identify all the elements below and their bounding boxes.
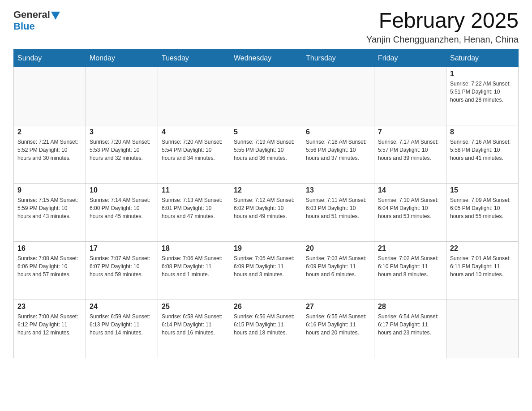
- day-number: 12: [234, 186, 298, 194]
- calendar-day-cell: 13Sunrise: 7:11 AM Sunset: 6:03 PM Dayli…: [302, 183, 374, 241]
- day-number: 19: [234, 244, 298, 253]
- calendar-day-cell: 26Sunrise: 6:56 AM Sunset: 6:15 PM Dayli…: [230, 300, 302, 358]
- day-number: 24: [90, 303, 154, 311]
- day-number: 5: [234, 128, 298, 136]
- day-info: Sunrise: 7:00 AM Sunset: 6:12 PM Dayligh…: [17, 313, 82, 337]
- calendar-header-row: SundayMondayTuesdayWednesdayThursdayFrid…: [14, 49, 519, 67]
- day-number: 4: [162, 128, 226, 136]
- day-number: 3: [90, 128, 154, 136]
- day-number: 28: [378, 303, 442, 311]
- calendar-day-cell: 20Sunrise: 7:03 AM Sunset: 6:09 PM Dayli…: [302, 241, 374, 300]
- calendar-day-cell: 21Sunrise: 7:02 AM Sunset: 6:10 PM Dayli…: [374, 241, 446, 300]
- logo-triangle-icon: [51, 12, 60, 20]
- month-title: February 2025: [366, 9, 519, 33]
- page-header: General Blue February 2025 Yanjin Chengg…: [13, 9, 519, 45]
- calendar-day-cell: 8Sunrise: 7:16 AM Sunset: 5:58 PM Daylig…: [446, 125, 519, 183]
- day-number: 18: [162, 244, 226, 253]
- calendar-table: SundayMondayTuesdayWednesdayThursdayFrid…: [13, 49, 519, 358]
- day-number: 1: [450, 70, 515, 78]
- day-info: Sunrise: 6:54 AM Sunset: 6:17 PM Dayligh…: [378, 313, 442, 337]
- day-number: 6: [306, 128, 370, 136]
- day-info: Sunrise: 7:11 AM Sunset: 6:03 PM Dayligh…: [306, 196, 370, 220]
- calendar-day-cell: 14Sunrise: 7:10 AM Sunset: 6:04 PM Dayli…: [374, 183, 446, 241]
- day-info: Sunrise: 7:14 AM Sunset: 6:00 PM Dayligh…: [90, 196, 154, 220]
- day-number: 9: [17, 186, 82, 194]
- day-number: 17: [90, 244, 154, 253]
- day-info: Sunrise: 7:18 AM Sunset: 5:56 PM Dayligh…: [306, 138, 370, 162]
- calendar-day-cell: 27Sunrise: 6:55 AM Sunset: 6:16 PM Dayli…: [302, 300, 374, 358]
- day-of-week-header: Saturday: [446, 49, 519, 67]
- logo-general-text: General: [13, 9, 50, 21]
- calendar-day-cell: 5Sunrise: 7:19 AM Sunset: 5:55 PM Daylig…: [230, 125, 302, 183]
- day-info: Sunrise: 7:02 AM Sunset: 6:10 PM Dayligh…: [378, 254, 442, 278]
- day-number: 15: [450, 186, 515, 194]
- day-info: Sunrise: 7:06 AM Sunset: 6:08 PM Dayligh…: [162, 254, 226, 278]
- day-info: Sunrise: 6:59 AM Sunset: 6:13 PM Dayligh…: [90, 313, 154, 337]
- day-of-week-header: Friday: [374, 49, 446, 67]
- calendar-day-cell: [374, 67, 446, 125]
- day-of-week-header: Wednesday: [230, 49, 302, 67]
- calendar-day-cell: [14, 67, 86, 125]
- calendar-day-cell: [158, 67, 230, 125]
- day-info: Sunrise: 7:16 AM Sunset: 5:58 PM Dayligh…: [450, 138, 515, 162]
- calendar-day-cell: 11Sunrise: 7:13 AM Sunset: 6:01 PM Dayli…: [158, 183, 230, 241]
- day-info: Sunrise: 7:01 AM Sunset: 6:11 PM Dayligh…: [450, 254, 515, 278]
- calendar-day-cell: 19Sunrise: 7:05 AM Sunset: 6:09 PM Dayli…: [230, 241, 302, 300]
- calendar-week-row: 9Sunrise: 7:15 AM Sunset: 5:59 PM Daylig…: [14, 183, 519, 241]
- day-number: 23: [17, 303, 82, 311]
- calendar-day-cell: 1Sunrise: 7:22 AM Sunset: 5:51 PM Daylig…: [446, 67, 519, 125]
- title-section: February 2025 Yanjin Chengguanzhen, Hena…: [366, 9, 519, 45]
- day-info: Sunrise: 7:09 AM Sunset: 6:05 PM Dayligh…: [450, 196, 515, 220]
- day-info: Sunrise: 7:17 AM Sunset: 5:57 PM Dayligh…: [378, 138, 442, 162]
- day-of-week-header: Tuesday: [158, 49, 230, 67]
- calendar-day-cell: 10Sunrise: 7:14 AM Sunset: 6:00 PM Dayli…: [86, 183, 158, 241]
- day-number: 20: [306, 244, 370, 253]
- calendar-week-row: 23Sunrise: 7:00 AM Sunset: 6:12 PM Dayli…: [14, 300, 519, 358]
- day-info: Sunrise: 7:07 AM Sunset: 6:07 PM Dayligh…: [90, 254, 154, 278]
- calendar-day-cell: 12Sunrise: 7:12 AM Sunset: 6:02 PM Dayli…: [230, 183, 302, 241]
- day-info: Sunrise: 7:22 AM Sunset: 5:51 PM Dayligh…: [450, 80, 515, 104]
- calendar-week-row: 1Sunrise: 7:22 AM Sunset: 5:51 PM Daylig…: [14, 67, 519, 125]
- calendar-day-cell: 6Sunrise: 7:18 AM Sunset: 5:56 PM Daylig…: [302, 125, 374, 183]
- day-info: Sunrise: 7:12 AM Sunset: 6:02 PM Dayligh…: [234, 196, 298, 220]
- calendar-day-cell: 4Sunrise: 7:20 AM Sunset: 5:54 PM Daylig…: [158, 125, 230, 183]
- day-info: Sunrise: 7:05 AM Sunset: 6:09 PM Dayligh…: [234, 254, 298, 278]
- day-info: Sunrise: 7:13 AM Sunset: 6:01 PM Dayligh…: [162, 196, 226, 220]
- calendar-day-cell: [230, 67, 302, 125]
- day-number: 7: [378, 128, 442, 136]
- calendar-day-cell: 18Sunrise: 7:06 AM Sunset: 6:08 PM Dayli…: [158, 241, 230, 300]
- day-info: Sunrise: 7:10 AM Sunset: 6:04 PM Dayligh…: [378, 196, 442, 220]
- location-title: Yanjin Chengguanzhen, Henan, China: [366, 34, 519, 45]
- day-info: Sunrise: 6:58 AM Sunset: 6:14 PM Dayligh…: [162, 313, 226, 337]
- day-number: 11: [162, 186, 226, 194]
- day-number: 16: [17, 244, 82, 253]
- calendar-day-cell: [86, 67, 158, 125]
- day-of-week-header: Thursday: [302, 49, 374, 67]
- day-number: 21: [378, 244, 442, 253]
- day-info: Sunrise: 6:56 AM Sunset: 6:15 PM Dayligh…: [234, 313, 298, 337]
- calendar-day-cell: 28Sunrise: 6:54 AM Sunset: 6:17 PM Dayli…: [374, 300, 446, 358]
- calendar-day-cell: 15Sunrise: 7:09 AM Sunset: 6:05 PM Dayli…: [446, 183, 519, 241]
- day-info: Sunrise: 6:55 AM Sunset: 6:16 PM Dayligh…: [306, 313, 370, 337]
- day-number: 2: [17, 128, 82, 136]
- day-info: Sunrise: 7:21 AM Sunset: 5:52 PM Dayligh…: [17, 138, 82, 162]
- day-info: Sunrise: 7:03 AM Sunset: 6:09 PM Dayligh…: [306, 254, 370, 278]
- calendar-day-cell: 23Sunrise: 7:00 AM Sunset: 6:12 PM Dayli…: [14, 300, 86, 358]
- calendar-day-cell: 17Sunrise: 7:07 AM Sunset: 6:07 PM Dayli…: [86, 241, 158, 300]
- day-number: 8: [450, 128, 515, 136]
- logo-blue-text: Blue: [13, 21, 35, 32]
- day-number: 27: [306, 303, 370, 311]
- day-number: 14: [378, 186, 442, 194]
- calendar-day-cell: [302, 67, 374, 125]
- day-of-week-header: Sunday: [14, 49, 86, 67]
- calendar-day-cell: 9Sunrise: 7:15 AM Sunset: 5:59 PM Daylig…: [14, 183, 86, 241]
- logo: General Blue: [13, 9, 60, 32]
- calendar-day-cell: [446, 300, 519, 358]
- day-info: Sunrise: 7:19 AM Sunset: 5:55 PM Dayligh…: [234, 138, 298, 162]
- day-number: 10: [90, 186, 154, 194]
- calendar-day-cell: 25Sunrise: 6:58 AM Sunset: 6:14 PM Dayli…: [158, 300, 230, 358]
- calendar-week-row: 2Sunrise: 7:21 AM Sunset: 5:52 PM Daylig…: [14, 125, 519, 183]
- day-info: Sunrise: 7:20 AM Sunset: 5:54 PM Dayligh…: [162, 138, 226, 162]
- calendar-day-cell: 22Sunrise: 7:01 AM Sunset: 6:11 PM Dayli…: [446, 241, 519, 300]
- day-of-week-header: Monday: [86, 49, 158, 67]
